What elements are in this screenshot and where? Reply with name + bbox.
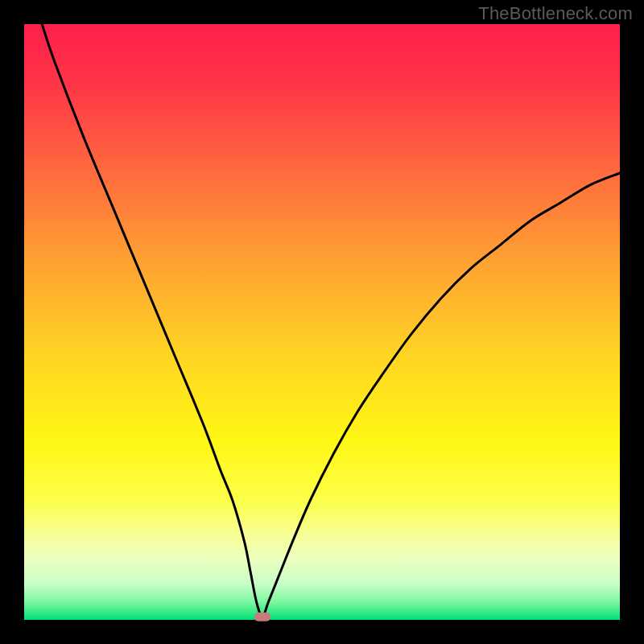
optimal-point-marker	[254, 613, 270, 621]
bottleneck-chart	[0, 0, 644, 644]
plot-background	[24, 24, 620, 620]
watermark-text: TheBottleneck.com	[478, 3, 633, 24]
chart-frame: TheBottleneck.com	[0, 0, 644, 644]
